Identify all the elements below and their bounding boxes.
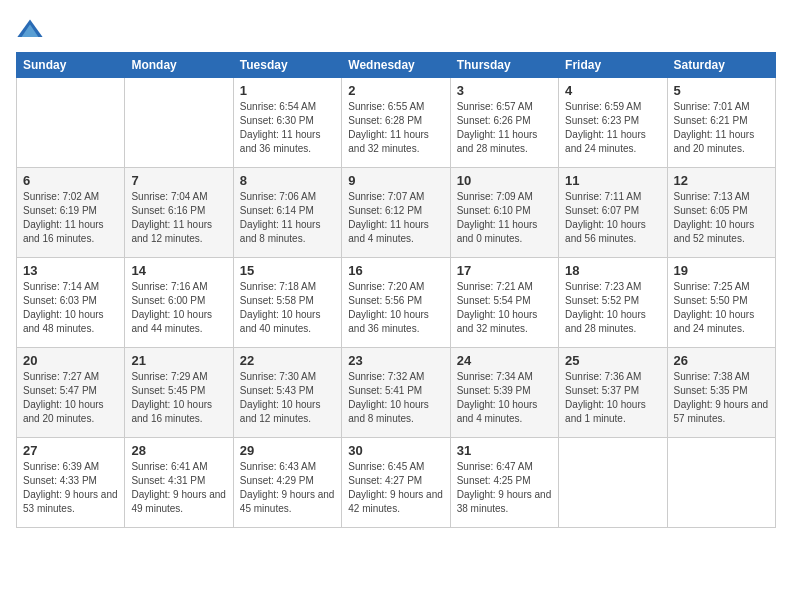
logo-icon [16,16,44,44]
day-cell: 2Sunrise: 6:55 AM Sunset: 6:28 PM Daylig… [342,78,450,168]
day-number: 18 [565,263,660,278]
day-info: Sunrise: 7:27 AM Sunset: 5:47 PM Dayligh… [23,370,118,426]
day-number: 8 [240,173,335,188]
col-thursday: Thursday [450,53,558,78]
day-cell: 15Sunrise: 7:18 AM Sunset: 5:58 PM Dayli… [233,258,341,348]
day-cell: 17Sunrise: 7:21 AM Sunset: 5:54 PM Dayli… [450,258,558,348]
day-cell: 3Sunrise: 6:57 AM Sunset: 6:26 PM Daylig… [450,78,558,168]
day-cell: 11Sunrise: 7:11 AM Sunset: 6:07 PM Dayli… [559,168,667,258]
day-cell: 31Sunrise: 6:47 AM Sunset: 4:25 PM Dayli… [450,438,558,528]
day-cell: 14Sunrise: 7:16 AM Sunset: 6:00 PM Dayli… [125,258,233,348]
day-number: 23 [348,353,443,368]
day-number: 1 [240,83,335,98]
day-cell: 20Sunrise: 7:27 AM Sunset: 5:47 PM Dayli… [17,348,125,438]
day-info: Sunrise: 7:20 AM Sunset: 5:56 PM Dayligh… [348,280,443,336]
day-info: Sunrise: 7:06 AM Sunset: 6:14 PM Dayligh… [240,190,335,246]
day-cell: 7Sunrise: 7:04 AM Sunset: 6:16 PM Daylig… [125,168,233,258]
day-number: 6 [23,173,118,188]
week-row-5: 27Sunrise: 6:39 AM Sunset: 4:33 PM Dayli… [17,438,776,528]
day-info: Sunrise: 7:18 AM Sunset: 5:58 PM Dayligh… [240,280,335,336]
day-info: Sunrise: 7:36 AM Sunset: 5:37 PM Dayligh… [565,370,660,426]
day-cell: 5Sunrise: 7:01 AM Sunset: 6:21 PM Daylig… [667,78,775,168]
calendar-table: Sunday Monday Tuesday Wednesday Thursday… [16,52,776,528]
day-info: Sunrise: 7:02 AM Sunset: 6:19 PM Dayligh… [23,190,118,246]
day-cell: 6Sunrise: 7:02 AM Sunset: 6:19 PM Daylig… [17,168,125,258]
day-number: 30 [348,443,443,458]
day-cell [17,78,125,168]
day-cell [559,438,667,528]
day-cell: 18Sunrise: 7:23 AM Sunset: 5:52 PM Dayli… [559,258,667,348]
day-info: Sunrise: 6:59 AM Sunset: 6:23 PM Dayligh… [565,100,660,156]
day-info: Sunrise: 7:14 AM Sunset: 6:03 PM Dayligh… [23,280,118,336]
day-number: 27 [23,443,118,458]
day-info: Sunrise: 7:23 AM Sunset: 5:52 PM Dayligh… [565,280,660,336]
day-cell: 27Sunrise: 6:39 AM Sunset: 4:33 PM Dayli… [17,438,125,528]
calendar-header: Sunday Monday Tuesday Wednesday Thursday… [17,53,776,78]
day-number: 28 [131,443,226,458]
day-number: 20 [23,353,118,368]
day-cell: 21Sunrise: 7:29 AM Sunset: 5:45 PM Dayli… [125,348,233,438]
day-number: 4 [565,83,660,98]
day-number: 3 [457,83,552,98]
day-info: Sunrise: 6:43 AM Sunset: 4:29 PM Dayligh… [240,460,335,516]
day-info: Sunrise: 6:45 AM Sunset: 4:27 PM Dayligh… [348,460,443,516]
day-number: 9 [348,173,443,188]
day-info: Sunrise: 7:04 AM Sunset: 6:16 PM Dayligh… [131,190,226,246]
col-monday: Monday [125,53,233,78]
day-cell: 9Sunrise: 7:07 AM Sunset: 6:12 PM Daylig… [342,168,450,258]
day-cell: 30Sunrise: 6:45 AM Sunset: 4:27 PM Dayli… [342,438,450,528]
col-sunday: Sunday [17,53,125,78]
day-info: Sunrise: 7:34 AM Sunset: 5:39 PM Dayligh… [457,370,552,426]
day-info: Sunrise: 7:01 AM Sunset: 6:21 PM Dayligh… [674,100,769,156]
col-wednesday: Wednesday [342,53,450,78]
week-row-1: 1Sunrise: 6:54 AM Sunset: 6:30 PM Daylig… [17,78,776,168]
day-cell: 28Sunrise: 6:41 AM Sunset: 4:31 PM Dayli… [125,438,233,528]
day-number: 22 [240,353,335,368]
calendar-body: 1Sunrise: 6:54 AM Sunset: 6:30 PM Daylig… [17,78,776,528]
day-cell: 1Sunrise: 6:54 AM Sunset: 6:30 PM Daylig… [233,78,341,168]
logo [16,16,48,44]
day-info: Sunrise: 7:09 AM Sunset: 6:10 PM Dayligh… [457,190,552,246]
day-info: Sunrise: 6:39 AM Sunset: 4:33 PM Dayligh… [23,460,118,516]
day-info: Sunrise: 6:47 AM Sunset: 4:25 PM Dayligh… [457,460,552,516]
day-info: Sunrise: 6:54 AM Sunset: 6:30 PM Dayligh… [240,100,335,156]
day-cell [125,78,233,168]
col-friday: Friday [559,53,667,78]
day-number: 2 [348,83,443,98]
day-info: Sunrise: 7:29 AM Sunset: 5:45 PM Dayligh… [131,370,226,426]
day-number: 21 [131,353,226,368]
col-tuesday: Tuesday [233,53,341,78]
day-info: Sunrise: 7:07 AM Sunset: 6:12 PM Dayligh… [348,190,443,246]
day-info: Sunrise: 7:32 AM Sunset: 5:41 PM Dayligh… [348,370,443,426]
day-info: Sunrise: 7:38 AM Sunset: 5:35 PM Dayligh… [674,370,769,426]
day-info: Sunrise: 6:57 AM Sunset: 6:26 PM Dayligh… [457,100,552,156]
day-cell: 26Sunrise: 7:38 AM Sunset: 5:35 PM Dayli… [667,348,775,438]
day-cell: 4Sunrise: 6:59 AM Sunset: 6:23 PM Daylig… [559,78,667,168]
day-number: 19 [674,263,769,278]
day-cell: 13Sunrise: 7:14 AM Sunset: 6:03 PM Dayli… [17,258,125,348]
page-header [16,16,776,44]
day-number: 16 [348,263,443,278]
day-cell: 29Sunrise: 6:43 AM Sunset: 4:29 PM Dayli… [233,438,341,528]
day-info: Sunrise: 7:16 AM Sunset: 6:00 PM Dayligh… [131,280,226,336]
day-number: 5 [674,83,769,98]
col-saturday: Saturday [667,53,775,78]
day-number: 31 [457,443,552,458]
day-number: 26 [674,353,769,368]
day-number: 12 [674,173,769,188]
day-cell: 10Sunrise: 7:09 AM Sunset: 6:10 PM Dayli… [450,168,558,258]
day-info: Sunrise: 7:11 AM Sunset: 6:07 PM Dayligh… [565,190,660,246]
week-row-2: 6Sunrise: 7:02 AM Sunset: 6:19 PM Daylig… [17,168,776,258]
day-number: 17 [457,263,552,278]
day-cell: 22Sunrise: 7:30 AM Sunset: 5:43 PM Dayli… [233,348,341,438]
day-info: Sunrise: 7:25 AM Sunset: 5:50 PM Dayligh… [674,280,769,336]
week-row-4: 20Sunrise: 7:27 AM Sunset: 5:47 PM Dayli… [17,348,776,438]
day-cell: 23Sunrise: 7:32 AM Sunset: 5:41 PM Dayli… [342,348,450,438]
day-number: 10 [457,173,552,188]
day-number: 25 [565,353,660,368]
day-cell: 12Sunrise: 7:13 AM Sunset: 6:05 PM Dayli… [667,168,775,258]
day-number: 29 [240,443,335,458]
day-number: 15 [240,263,335,278]
header-row: Sunday Monday Tuesday Wednesday Thursday… [17,53,776,78]
day-cell: 24Sunrise: 7:34 AM Sunset: 5:39 PM Dayli… [450,348,558,438]
